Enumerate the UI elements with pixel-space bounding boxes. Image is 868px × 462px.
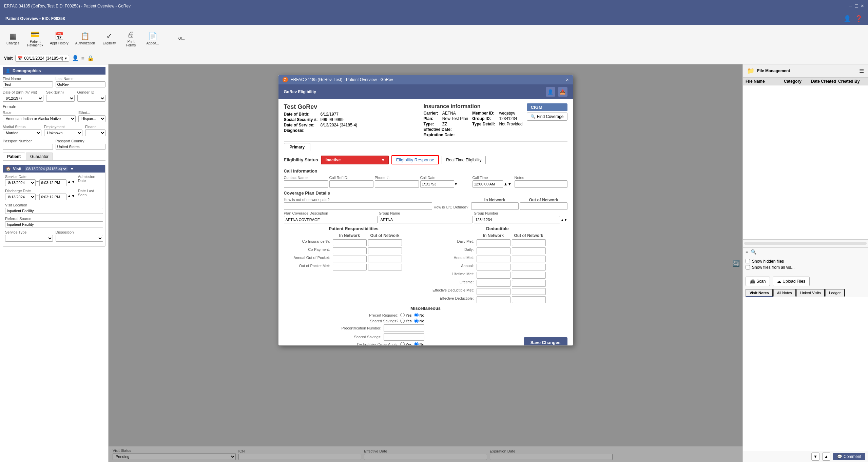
toolbar-patient-payment[interactable]: 💳 PatientPayment ▾: [24, 29, 46, 48]
scan-button[interactable]: 📠 Scan: [746, 277, 770, 286]
eff-ded-met-out[interactable]: [512, 288, 546, 295]
ss-no-option[interactable]: No: [414, 319, 424, 323]
discharge-time-input[interactable]: [39, 194, 66, 200]
export-icon[interactable]: 📤: [558, 87, 567, 97]
contact-name-input[interactable]: [284, 180, 328, 188]
oop-met-out[interactable]: [368, 264, 402, 270]
eff-ded-met-in[interactable]: [477, 288, 510, 295]
discharge-date-select[interactable]: 8/13/2024: [5, 194, 36, 200]
out-network-input[interactable]: [520, 202, 567, 210]
last-name-input[interactable]: [56, 81, 106, 87]
lifetime-met-in[interactable]: [477, 272, 510, 279]
eligibility-response-button[interactable]: Eligibility Response: [391, 155, 439, 164]
call-date-input[interactable]: [420, 180, 454, 188]
real-time-eligibility-button[interactable]: Real Time Eligibility: [442, 156, 486, 164]
daily-in[interactable]: [477, 247, 510, 254]
precert-no-radio[interactable]: [414, 313, 419, 317]
precert-no-option[interactable]: No: [414, 313, 424, 317]
maximize-button[interactable]: □: [855, 3, 858, 9]
annual-in[interactable]: [477, 264, 510, 270]
visit-selector[interactable]: 08/13/2024 (34185-4): [25, 166, 67, 171]
toolbar-print-forms[interactable]: 🖨 PrintForms: [121, 29, 141, 48]
visit-location-input[interactable]: [5, 208, 103, 214]
minimize-button[interactable]: −: [849, 3, 852, 9]
shared-savings-input[interactable]: [384, 333, 424, 341]
toolbar-eligibility[interactable]: ✓ Eligibility: [99, 31, 119, 46]
visit-notes-tab[interactable]: Visit Notes: [746, 289, 773, 297]
user-profile-icon[interactable]: 👤: [546, 87, 555, 97]
daily-met-out[interactable]: [512, 239, 546, 246]
ss-yes-radio[interactable]: [400, 319, 405, 323]
service-type-select[interactable]: [5, 235, 53, 242]
sex-select[interactable]: [46, 95, 75, 102]
dc-no-option[interactable]: No: [414, 342, 424, 345]
toolbar-charges[interactable]: ▦ Charges: [3, 31, 23, 46]
eff-ded-out[interactable]: [512, 296, 546, 303]
network-paid-input[interactable]: [284, 202, 432, 210]
service-date-select[interactable]: 8/13/2024: [5, 179, 36, 186]
precert-yes-radio[interactable]: [400, 313, 405, 317]
daily-out[interactable]: [512, 247, 546, 254]
show-hidden-checkbox[interactable]: [746, 259, 750, 263]
employment-select[interactable]: Unknown: [44, 129, 83, 136]
precert-yes-option[interactable]: Yes: [400, 313, 411, 317]
toolbar-appt-history[interactable]: 📅 Appt History: [47, 31, 71, 46]
lifetime-in[interactable]: [477, 280, 510, 287]
first-name-input[interactable]: [3, 81, 53, 87]
primary-tab-button[interactable]: Primary: [284, 143, 311, 151]
annual-out[interactable]: [512, 264, 546, 270]
linked-visits-tab[interactable]: Linked Visits: [796, 289, 825, 297]
upload-button[interactable]: ☁ Upload Files: [773, 277, 810, 286]
up-arrow-button[interactable]: ▲: [822, 453, 830, 461]
horizontal-scrollbar[interactable]: [744, 242, 867, 245]
eff-ded-in[interactable]: [477, 296, 510, 303]
list-view-button[interactable]: ≡: [746, 249, 748, 254]
annual-met-out[interactable]: [512, 256, 546, 262]
guarantor-tab[interactable]: Guarantor: [26, 153, 53, 160]
dc-yes-radio[interactable]: [400, 342, 405, 345]
dc-no-radio[interactable]: [414, 342, 419, 345]
ethnicity-select[interactable]: Hispan...: [78, 115, 105, 122]
patient-tab[interactable]: Patient: [3, 153, 25, 160]
gender-select[interactable]: [77, 95, 106, 102]
group-number-input[interactable]: [474, 216, 560, 223]
annual-oop-in[interactable]: [333, 256, 367, 262]
notes-input[interactable]: [515, 180, 567, 188]
referral-input[interactable]: [5, 221, 103, 227]
disposition-select[interactable]: [56, 235, 103, 242]
daily-met-in[interactable]: [477, 239, 510, 246]
search-button[interactable]: 🔍: [751, 249, 756, 255]
oop-met-in[interactable]: [333, 264, 367, 270]
find-coverage-button[interactable]: 🔍 Find Coverage: [527, 113, 567, 121]
save-changes-button[interactable]: Save Changes: [524, 337, 567, 345]
all-notes-tab[interactable]: All Notes: [773, 289, 796, 297]
toolbar-authorization[interactable]: 📋 Authorization: [73, 31, 98, 46]
ss-no-radio[interactable]: [414, 319, 419, 323]
call-time-input[interactable]: [472, 180, 503, 188]
dob-select[interactable]: 6/12/1977: [3, 95, 43, 102]
co-payment-in[interactable]: [333, 247, 367, 254]
precert-number-input[interactable]: [384, 324, 424, 332]
show-all-visits-checkbox[interactable]: [746, 265, 750, 269]
lifetime-met-out[interactable]: [512, 272, 546, 279]
dc-yes-option[interactable]: Yes: [400, 342, 411, 345]
close-button[interactable]: ×: [861, 3, 864, 9]
down-arrow-button[interactable]: ▼: [811, 453, 819, 461]
annual-oop-out[interactable]: [368, 256, 402, 262]
co-payment-out[interactable]: [368, 247, 402, 254]
passport-country-input[interactable]: [56, 144, 106, 150]
ss-yes-option[interactable]: Yes: [400, 319, 411, 323]
visit-dropdown[interactable]: 📅 08/13/2024 (34185-4) ▾: [15, 55, 69, 62]
toolbar-of[interactable]: Of...: [171, 35, 192, 42]
group-name-input[interactable]: [379, 216, 472, 223]
co-insurance-out[interactable]: [368, 239, 402, 246]
modal-close-button[interactable]: ×: [566, 77, 568, 82]
lifetime-out[interactable]: [512, 280, 546, 287]
co-insurance-in[interactable]: [333, 239, 367, 246]
in-network-input[interactable]: [471, 202, 519, 210]
service-time-input[interactable]: [39, 179, 66, 186]
finance-select[interactable]: [85, 129, 105, 136]
eligibility-status-dropdown[interactable]: Inactive ▾: [321, 156, 389, 164]
annual-met-in[interactable]: [477, 256, 510, 262]
race-select[interactable]: American Indian or Alaska Native: [3, 115, 76, 122]
